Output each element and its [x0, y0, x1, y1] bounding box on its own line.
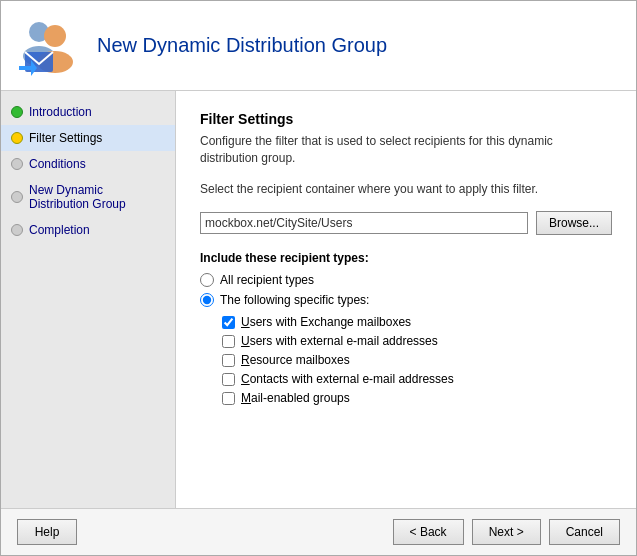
radio-specific-types[interactable]: The following specific types:	[200, 293, 612, 307]
sidebar: Introduction Filter Settings Conditions …	[1, 91, 176, 508]
radio-specific-label: The following specific types:	[220, 293, 369, 307]
sidebar-label-introduction: Introduction	[29, 105, 92, 119]
status-dot-filter-settings	[11, 132, 23, 144]
sidebar-item-filter-settings[interactable]: Filter Settings	[1, 125, 175, 151]
dialog-header: New Dynamic Distribution Group	[1, 1, 636, 91]
checkbox-group: Users with Exchange mailboxes Users with…	[222, 315, 612, 405]
next-button[interactable]: Next >	[472, 519, 541, 545]
radio-all-types[interactable]: All recipient types	[200, 273, 612, 287]
radio-group: All recipient types The following specif…	[200, 273, 612, 307]
help-button[interactable]: Help	[17, 519, 77, 545]
browse-button[interactable]: Browse...	[536, 211, 612, 235]
sidebar-label-completion: Completion	[29, 223, 90, 237]
section-title: Filter Settings	[200, 111, 612, 127]
sidebar-label-conditions: Conditions	[29, 157, 86, 171]
status-dot-completion	[11, 224, 23, 236]
checkbox-contacts-external[interactable]: Contacts with external e-mail addresses	[222, 372, 612, 386]
radio-all-label: All recipient types	[220, 273, 314, 287]
checkbox-external-label: Users with external e-mail addresses	[241, 334, 438, 348]
back-button[interactable]: < Back	[393, 519, 464, 545]
checkbox-exchange-input[interactable]	[222, 316, 235, 329]
main-content: Filter Settings Configure the filter tha…	[176, 91, 636, 508]
sidebar-label-new-dynamic: New DynamicDistribution Group	[29, 183, 126, 211]
sidebar-item-completion[interactable]: Completion	[1, 217, 175, 243]
checkbox-mail-groups-label: Mail-enabled groups	[241, 391, 350, 405]
sidebar-item-introduction[interactable]: Introduction	[1, 99, 175, 125]
checkbox-resource-input[interactable]	[222, 354, 235, 367]
footer-right: < Back Next > Cancel	[393, 519, 620, 545]
header-icon	[17, 14, 81, 78]
sidebar-item-conditions[interactable]: Conditions	[1, 151, 175, 177]
checkbox-contacts-label: Contacts with external e-mail addresses	[241, 372, 454, 386]
dialog-title: New Dynamic Distribution Group	[97, 34, 387, 57]
checkbox-exchange-mailboxes[interactable]: Users with Exchange mailboxes	[222, 315, 612, 329]
checkbox-exchange-label: Users with Exchange mailboxes	[241, 315, 411, 329]
status-dot-new-dynamic	[11, 191, 23, 203]
cancel-button[interactable]: Cancel	[549, 519, 620, 545]
checkbox-external-input[interactable]	[222, 335, 235, 348]
sidebar-label-filter-settings: Filter Settings	[29, 131, 102, 145]
dialog-footer: Help < Back Next > Cancel	[1, 508, 636, 555]
checkbox-external-email[interactable]: Users with external e-mail addresses	[222, 334, 612, 348]
footer-left: Help	[17, 519, 77, 545]
container-description: Select the recipient container where you…	[200, 181, 612, 198]
status-dot-introduction	[11, 106, 23, 118]
include-label: Include these recipient types:	[200, 251, 612, 265]
radio-specific-input[interactable]	[200, 293, 214, 307]
sidebar-item-new-dynamic[interactable]: New DynamicDistribution Group	[1, 177, 175, 217]
container-input[interactable]	[200, 212, 528, 234]
radio-all-input[interactable]	[200, 273, 214, 287]
dialog-window: New Dynamic Distribution Group Introduct…	[0, 0, 637, 556]
svg-point-2	[44, 25, 66, 47]
dialog-body: Introduction Filter Settings Conditions …	[1, 91, 636, 508]
checkbox-resource-label: Resource mailboxes	[241, 353, 350, 367]
status-dot-conditions	[11, 158, 23, 170]
checkbox-resource-mailboxes[interactable]: Resource mailboxes	[222, 353, 612, 367]
section-description: Configure the filter that is used to sel…	[200, 133, 612, 167]
checkbox-mail-enabled-groups[interactable]: Mail-enabled groups	[222, 391, 612, 405]
container-row: Browse...	[200, 211, 612, 235]
checkbox-contacts-input[interactable]	[222, 373, 235, 386]
checkbox-mail-groups-input[interactable]	[222, 392, 235, 405]
